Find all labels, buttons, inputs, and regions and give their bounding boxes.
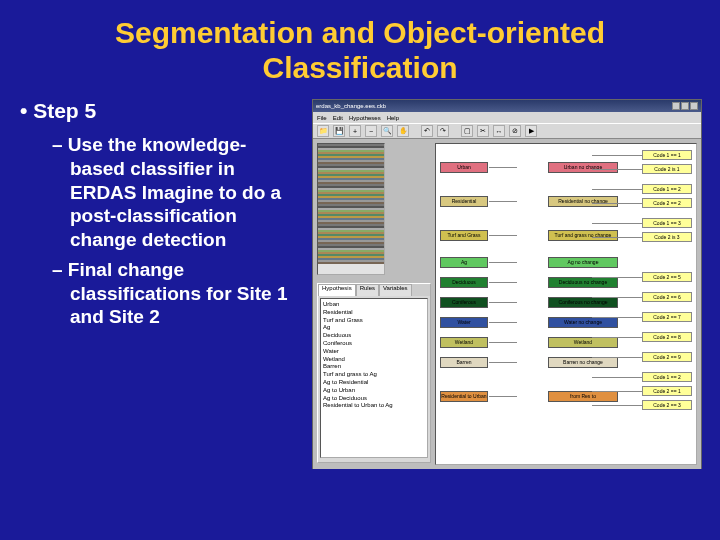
redo-icon[interactable]: ↷ — [437, 125, 449, 137]
erdas-screenshot: erdas_kb_change.ees.ckb File Edit Hypoth… — [312, 99, 702, 469]
list-item[interactable]: Wetland — [323, 356, 425, 364]
rule-node[interactable]: Code 2 == 8 — [642, 332, 692, 342]
list-item[interactable]: Turf and grass to Ag — [323, 371, 425, 379]
list-item[interactable]: Turf and Grass — [323, 317, 425, 325]
unlink-icon[interactable]: ⊘ — [509, 125, 521, 137]
menu-help[interactable]: Help — [387, 115, 399, 121]
bullet-1: Use the knowledge-based classifier in ER… — [52, 133, 300, 252]
undo-icon[interactable]: ↶ — [421, 125, 433, 137]
change-node[interactable]: Water no change — [548, 317, 618, 328]
tab-hypothesis[interactable]: Hypothesis — [318, 284, 356, 296]
link-icon[interactable]: ↔ — [493, 125, 505, 137]
change-node[interactable]: Deciduous no change — [548, 277, 618, 288]
knowledge-tree-canvas[interactable]: UrbanUrban no changeCode 1 == 1Code 2 is… — [435, 143, 697, 465]
list-item[interactable]: Deciduous — [323, 332, 425, 340]
class-node[interactable]: Urban — [440, 162, 488, 173]
class-node[interactable]: Deciduous — [440, 277, 488, 288]
rule-node[interactable]: Code 1 == 3 — [642, 218, 692, 228]
class-node[interactable]: Barren — [440, 357, 488, 368]
rule-node[interactable]: Code 2 == 7 — [642, 312, 692, 322]
window-titlebar: erdas_kb_change.ees.ckb — [313, 100, 701, 112]
rule-node[interactable]: Code 2 == 2 — [642, 198, 692, 208]
zoom-out-icon[interactable]: − — [365, 125, 377, 137]
class-node[interactable]: Water — [440, 317, 488, 328]
run-icon[interactable]: ▶ — [525, 125, 537, 137]
rule-node[interactable]: Code 2 == 5 — [642, 272, 692, 282]
menu-hypotheses[interactable]: Hypotheses — [349, 115, 381, 121]
rule-node[interactable]: Code 2 == 1 — [642, 386, 692, 396]
zoom-in-icon[interactable]: + — [349, 125, 361, 137]
rule-node[interactable]: Code 1 == 2 — [642, 372, 692, 382]
list-item[interactable]: Ag to Residential — [323, 379, 425, 387]
folder-icon[interactable]: 📁 — [317, 125, 329, 137]
list-item[interactable]: Coniferous — [323, 340, 425, 348]
minimize-icon[interactable] — [672, 102, 680, 110]
change-node[interactable]: Wetland — [548, 337, 618, 348]
change-node[interactable]: Urban no change — [548, 162, 618, 173]
class-node[interactable]: Residential to Urban — [440, 391, 488, 402]
class-node[interactable]: Ag — [440, 257, 488, 268]
tab-rules[interactable]: Rules — [356, 284, 379, 296]
change-node[interactable]: Ag no change — [548, 257, 618, 268]
list-item[interactable]: Water — [323, 348, 425, 356]
step-heading: Step 5 — [20, 99, 300, 123]
cut-icon[interactable]: ✂ — [477, 125, 489, 137]
rule-node[interactable]: Code 1 == 2 — [642, 184, 692, 194]
overview-image — [317, 143, 385, 275]
change-node[interactable]: Residential no change — [548, 196, 618, 207]
save-icon[interactable]: 💾 — [333, 125, 345, 137]
rule-node[interactable]: Code 1 == 1 — [642, 150, 692, 160]
list-item[interactable]: Residential — [323, 309, 425, 317]
close-icon[interactable] — [690, 102, 698, 110]
change-node[interactable]: Barren no change — [548, 357, 618, 368]
side-panel: Hypothesis Rules Variables UrbanResident… — [317, 283, 431, 463]
change-node[interactable]: from Res to — [548, 391, 618, 402]
list-item[interactable]: Barren — [323, 363, 425, 371]
zoom-icon[interactable]: 🔍 — [381, 125, 393, 137]
rule-node[interactable]: Code 2 is 1 — [642, 164, 692, 174]
class-node[interactable]: Wetland — [440, 337, 488, 348]
menu-edit[interactable]: Edit — [333, 115, 343, 121]
change-node[interactable]: Coniferous no change — [548, 297, 618, 308]
rule-node[interactable]: Code 2 == 3 — [642, 400, 692, 410]
tab-variables[interactable]: Variables — [379, 284, 412, 296]
rule-node[interactable]: Code 2 == 9 — [642, 352, 692, 362]
list-item[interactable]: Ag — [323, 324, 425, 332]
list-item[interactable]: Ag to Deciduous — [323, 395, 425, 403]
change-node[interactable]: Turf and grass no change — [548, 230, 618, 241]
add-icon[interactable]: ▢ — [461, 125, 473, 137]
list-item[interactable]: Ag to Urban — [323, 387, 425, 395]
list-item[interactable]: Residential to Urban to Ag — [323, 402, 425, 410]
maximize-icon[interactable] — [681, 102, 689, 110]
class-list[interactable]: UrbanResidentialTurf and GrassAgDeciduou… — [320, 298, 428, 458]
bullet-2: Final change classifications for Site 1 … — [52, 258, 300, 329]
workarea: Hypothesis Rules Variables UrbanResident… — [313, 139, 701, 469]
menubar: File Edit Hypotheses Help — [313, 112, 701, 123]
toolbar: 📁 💾 + − 🔍 ✋ ↶ ↷ ▢ ✂ ↔ ⊘ ▶ — [313, 123, 701, 139]
list-item[interactable]: Urban — [323, 301, 425, 309]
class-node[interactable]: Residential — [440, 196, 488, 207]
hand-icon[interactable]: ✋ — [397, 125, 409, 137]
slide-title: Segmentation and Object-oriented Classif… — [0, 0, 720, 93]
window-title: erdas_kb_change.ees.ckb — [316, 103, 671, 109]
class-node[interactable]: Coniferous — [440, 297, 488, 308]
rule-node[interactable]: Code 2 == 6 — [642, 292, 692, 302]
rule-node[interactable]: Code 2 is 3 — [642, 232, 692, 242]
class-node[interactable]: Turf and Grass — [440, 230, 488, 241]
menu-file[interactable]: File — [317, 115, 327, 121]
